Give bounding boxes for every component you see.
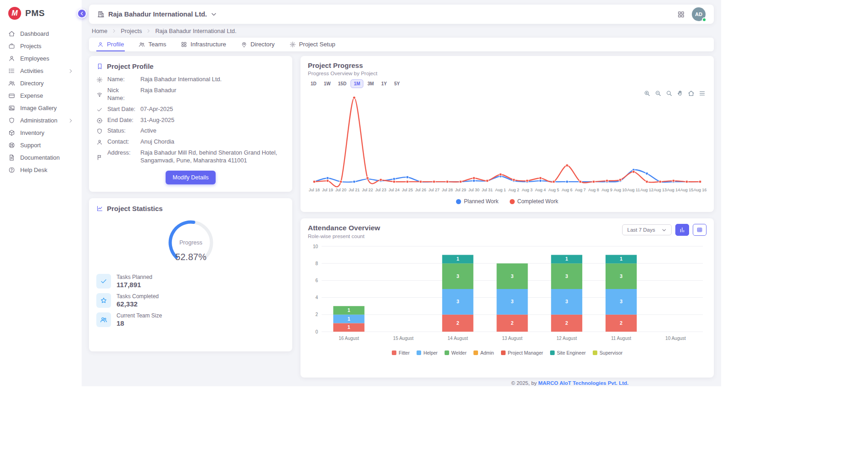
legend-label: Site Engineer [557,350,586,356]
svg-text:4: 4 [315,295,318,300]
footer-text: © 2025, by [511,380,538,386]
svg-text:Jul 21: Jul 21 [349,188,360,192]
user-avatar[interactable]: AD [692,7,706,21]
progress-line-chart[interactable]: Jul 18Jul 19Jul 20Jul 21Jul 22Jul 23Jul … [308,88,707,196]
sidebar-item-label: Administration [20,117,57,124]
progress-card-subtitle: Progress Overview by Project [308,71,707,76]
range-button-5y[interactable]: 5Y [391,80,402,88]
range-button-1y[interactable]: 1Y [378,80,389,88]
sidebar-item-label: Inventory [20,129,45,136]
table-view-toggle[interactable] [693,224,707,236]
legend-label: Project Manager [508,350,543,356]
project-selector[interactable]: Raja Bahadur International Ltd. [97,11,217,18]
days-filter-select[interactable]: Last 7 Days [622,224,672,235]
svg-text:Jul 26: Jul 26 [415,188,426,192]
range-button-1w[interactable]: 1W [321,80,334,88]
svg-text:3: 3 [620,299,623,304]
range-button-3m[interactable]: 3M [365,80,377,88]
tab-profile[interactable]: Profile [96,41,125,51]
legend-swatch [417,350,421,355]
wifi-icon [96,87,103,102]
stat-tasks-planned: Tasks Planned117,891 [96,274,285,289]
legend-site-engineer[interactable]: Site Engineer [550,350,586,356]
svg-text:1: 1 [347,324,350,330]
sidebar-item-projects[interactable]: Projects [0,40,82,52]
range-button-15d[interactable]: 15D [335,80,349,88]
chart-view-toggle[interactable] [675,224,689,236]
profile-field-name: Name:Raja Bahadur International Ltd. [96,76,285,83]
menu-button[interactable] [699,90,706,97]
zoom-out-button[interactable] [655,90,662,97]
legend-planned-work[interactable]: Planned Work [456,198,498,205]
sidebar-collapse-button[interactable] [77,9,87,18]
svg-text:Aug 13: Aug 13 [654,188,667,192]
legend-helper[interactable]: Helper [417,350,438,356]
sidebar-item-label: Activities [20,67,44,74]
field-value: 31-Aug-2025 [140,117,285,124]
range-button-1d[interactable]: 1D [308,80,319,88]
breadcrumb-item-projects[interactable]: Projects [121,28,142,34]
chevron-right-icon [111,28,117,33]
shield-icon [96,128,103,135]
tab-teams[interactable]: Teams [138,41,167,51]
sidebar-item-dashboard[interactable]: Dashboard [0,28,82,40]
sidebar-item-activities[interactable]: Activities [0,65,82,77]
footer-link[interactable]: MARCO AIoT Technologies Pvt. Ltd. [538,380,629,386]
profile-field-address: Address:Raja Bahadur Mill Rd, behind She… [96,149,285,165]
sidebar-item-administration[interactable]: Administration [0,114,82,127]
legend-project-manager[interactable]: Project Manager [501,350,543,356]
legend-fitter[interactable]: Fitter [392,350,410,356]
svg-text:2: 2 [315,312,318,317]
gear-icon [96,76,103,83]
check-icon [96,106,103,113]
svg-text:Aug 6: Aug 6 [562,188,573,192]
legend-admin[interactable]: Admin [473,350,494,356]
svg-text:1: 1 [347,316,350,322]
tab-infrastructure[interactable]: Infrastructure [180,41,227,51]
zoom-selection-button[interactable] [666,90,673,97]
apps-grid-button[interactable] [677,11,685,18]
svg-text:Jul 27: Jul 27 [428,188,440,192]
legend-swatch [473,350,478,355]
tab-project-setup[interactable]: Project Setup [289,41,336,51]
sidebar-item-label: Expense [20,92,43,99]
submenu-indicator [68,118,73,123]
sidebar-item-expense[interactable]: Expense [0,89,82,102]
sidebar-item-directory[interactable]: Directory [0,77,82,89]
modify-details-button[interactable]: Modify Details [166,171,216,184]
attendance-bar-chart[interactable]: 024681011116 August15 August233114 Augus… [308,243,707,345]
sidebar-item-inventory[interactable]: Inventory [0,127,82,139]
svg-text:15 August: 15 August [393,336,414,341]
menu-icon [699,90,706,97]
svg-text:13 August: 13 August [502,336,523,341]
home-button[interactable] [688,90,695,97]
svg-text:Progress: Progress [179,239,202,246]
sidebar-item-support[interactable]: Support [0,139,82,151]
stat-label: Current Team Size [117,312,162,319]
pan-button[interactable] [677,90,684,97]
attendance-header: Attendance Overview Role-wise present co… [308,224,707,239]
tab-directory[interactable]: Directory [240,41,276,51]
range-button-1m[interactable]: 1M [351,80,363,88]
stat-icon-chip [96,293,111,308]
sidebar-item-image-gallery[interactable]: Image Gallery [0,102,82,114]
stat-icon-chip [96,274,111,289]
svg-text:Jul 20: Jul 20 [335,188,346,192]
legend-dot [456,199,461,204]
image-icon [8,105,15,111]
breadcrumb-item-home[interactable]: Home [92,28,107,34]
legend-welder[interactable]: Welder [445,350,467,356]
zoom-in-button[interactable] [644,90,651,97]
legend-completed-work[interactable]: Completed Work [510,198,558,205]
legend-supervisor[interactable]: Supervisor [593,350,623,356]
breadcrumb-separator [111,28,117,33]
svg-text:2: 2 [511,320,514,326]
svg-text:10: 10 [313,244,318,249]
sidebar-item-documentation[interactable]: Documentation [0,151,82,164]
sidebar-item-employees[interactable]: Employees [0,52,82,65]
svg-text:2: 2 [565,320,568,326]
sidebar-item-help-desk[interactable]: Help Desk [0,164,82,176]
range-buttons: 1D1W15D1M3M1Y5Y [308,80,707,88]
project-progress-card: Project Progress Progress Overview by Pr… [300,56,714,212]
profile-card-title: Project Profile [107,62,154,70]
